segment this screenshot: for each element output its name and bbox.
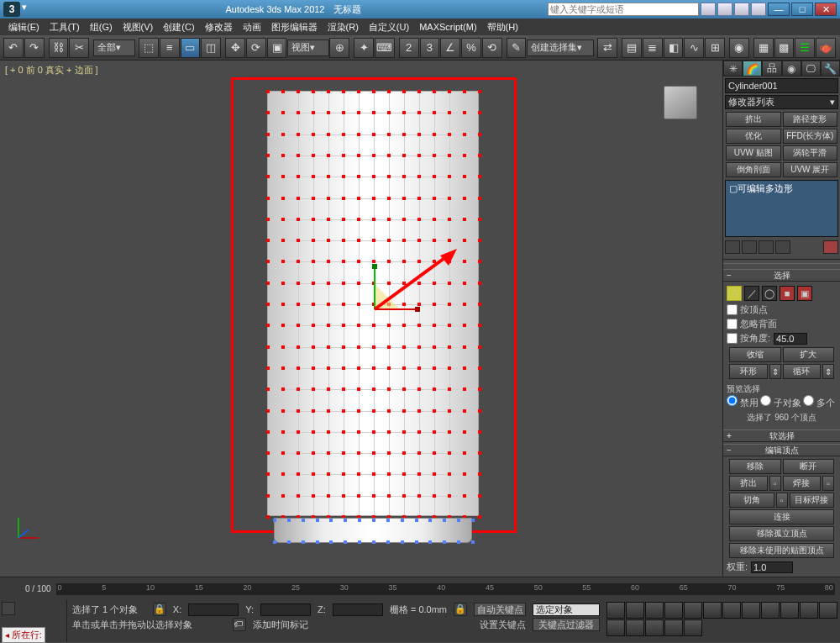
tab-modify-icon[interactable]: 🌈 — [743, 61, 762, 76]
zoom-extents-icon[interactable] — [819, 602, 837, 619]
menu-edit[interactable]: 编辑(E) — [3, 21, 45, 34]
help-search-input[interactable] — [548, 3, 699, 16]
unlink-icon[interactable]: ✂ — [69, 38, 89, 58]
addtimetag[interactable]: 添加时间标记 — [253, 619, 308, 631]
subobj-border-icon[interactable]: ◯ — [762, 286, 777, 301]
close-button[interactable]: ✕ — [815, 3, 837, 16]
rollout-selection[interactable]: 选择 — [723, 269, 840, 282]
walk-icon[interactable] — [664, 619, 683, 636]
key-mode-icon[interactable] — [703, 602, 722, 619]
autokey-button[interactable]: 自动关键点 — [474, 603, 526, 616]
radio-preview-multi[interactable]: 多个 — [803, 395, 835, 409]
btn-connect[interactable]: 连接 — [729, 509, 834, 524]
redo-icon[interactable]: ↷ — [24, 38, 45, 58]
viewport-label[interactable]: [ + 0 前 0 真实 + 边面 ] — [5, 64, 98, 76]
lock-icon[interactable]: 🔒 — [454, 603, 467, 616]
maxscript-mini-icon[interactable] — [2, 602, 15, 615]
btn-remove-unused[interactable]: 移除未使用的贴图顶点 — [729, 543, 834, 558]
tab-motion-icon[interactable]: ◉ — [782, 61, 801, 76]
move-icon[interactable]: ✥ — [225, 38, 245, 58]
loop-spinner[interactable]: ⇕ — [822, 364, 834, 379]
menu-help[interactable]: 帮助(H) — [482, 21, 523, 34]
ring-spinner[interactable]: ⇕ — [769, 364, 781, 379]
btn-remove-iso[interactable]: 移除孤立顶点 — [729, 526, 834, 541]
tab-hierarchy-icon[interactable]: 品 — [762, 61, 781, 76]
percent-snap-icon[interactable]: % — [461, 38, 481, 58]
goto-end-icon[interactable] — [684, 602, 702, 619]
arc-rotate-icon[interactable] — [761, 602, 780, 619]
btn-targetweld[interactable]: 目标焊接 — [790, 493, 835, 508]
snap-3d-icon[interactable]: 3 — [420, 38, 440, 58]
time-slider[interactable]: 05101520253035404550556065707580 — [56, 583, 835, 595]
help-icon[interactable] — [751, 3, 766, 16]
stack-show-icon[interactable] — [742, 240, 757, 254]
edit-named-sel-icon[interactable]: ✎ — [507, 38, 527, 58]
object-name-input[interactable]: Cylinder001 — [725, 78, 838, 92]
btn-remove[interactable]: 移除 — [729, 459, 781, 474]
link-icon[interactable]: ⛓ — [49, 38, 69, 58]
btn-chamfer[interactable]: 切角 — [729, 493, 774, 508]
selection-set-dropdown[interactable]: 全部 ▾ — [93, 40, 135, 56]
teapot-render-icon[interactable]: 🫖 — [816, 38, 836, 58]
next-frame-icon[interactable] — [664, 602, 683, 619]
angle-spinner[interactable]: 45.0 — [774, 333, 807, 345]
modifier-list-dropdown[interactable]: 修改器列表▾ — [725, 95, 838, 109]
signin-icon[interactable] — [717, 3, 732, 16]
angle-snap-icon[interactable]: ∠ — [440, 38, 460, 58]
snap-2d-icon[interactable]: 2 — [399, 38, 419, 58]
menu-create[interactable]: 创建(C) — [158, 21, 199, 34]
undo-icon[interactable]: ↶ — [3, 38, 24, 58]
render-setup-icon[interactable]: ▦ — [753, 38, 774, 58]
btn-shrink[interactable]: 收缩 — [729, 347, 781, 362]
radio-preview-sub[interactable]: 子对象 — [760, 395, 801, 409]
material-editor-icon[interactable]: ◉ — [729, 38, 749, 58]
modifier-stack[interactable]: ▢ 可编辑多边形 — [725, 180, 838, 237]
btn-weld-settings[interactable]: ▫ — [822, 476, 834, 491]
tab-utilities-icon[interactable]: 🔧 — [821, 61, 840, 76]
zoom-all-icon[interactable] — [800, 602, 818, 619]
fov-icon[interactable] — [626, 619, 644, 636]
btn-optimize[interactable]: 优化 — [726, 129, 781, 144]
radio-preview-off[interactable]: 禁用 — [727, 395, 759, 409]
window-crossing-icon[interactable]: ◫ — [201, 38, 221, 58]
subobj-vertex-icon[interactable]: ∴ — [727, 286, 742, 301]
menu-maxscript[interactable]: MAXScript(M) — [414, 22, 481, 32]
btn-loop[interactable]: 循环 — [783, 364, 822, 379]
coord-x-input[interactable] — [188, 603, 239, 616]
subobj-edge-icon[interactable]: ／ — [744, 286, 759, 301]
transform-gizmo[interactable] — [366, 239, 467, 340]
goto-start-icon[interactable] — [606, 602, 625, 619]
align-icon[interactable]: ▤ — [622, 38, 642, 58]
menu-tools[interactable]: 工具(T) — [45, 21, 85, 34]
stack-configure-icon[interactable] — [823, 240, 838, 254]
btn-uvwmap[interactable]: UVW 贴图 — [726, 145, 781, 161]
tab-display-icon[interactable]: 🖵 — [801, 61, 821, 76]
timetag-icon[interactable]: 🏷 — [233, 618, 246, 631]
play-icon[interactable] — [645, 602, 664, 619]
chk-byvertex[interactable]: 按顶点 — [727, 303, 837, 316]
menu-modifiers[interactable]: 修改器 — [200, 21, 238, 34]
btn-turbosmooth[interactable]: 涡轮平滑 — [783, 145, 838, 161]
minimize-button[interactable]: — — [768, 3, 790, 16]
btn-weld[interactable]: 焊接 — [783, 476, 822, 491]
pan-view-icon[interactable] — [645, 619, 664, 636]
tab-create-icon[interactable]: ✳ — [723, 61, 743, 76]
favorite-icon[interactable] — [734, 3, 749, 16]
max-toggle-icon[interactable] — [684, 619, 702, 636]
viewport[interactable]: [ + 0 前 0 真实 + 边面 ] — [0, 61, 722, 577]
btn-vextrude-settings[interactable]: ▫ — [769, 476, 781, 491]
chk-ignoreback[interactable]: 忽略背面 — [727, 318, 837, 330]
menu-grapheditors[interactable]: 图形编辑器 — [266, 21, 323, 34]
menu-rendering[interactable]: 渲染(R) — [323, 21, 364, 34]
btn-bevelprofile[interactable]: 倒角剖面 — [726, 162, 781, 177]
menu-customize[interactable]: 自定义(U) — [364, 21, 414, 34]
pivot-icon[interactable]: ⊕ — [329, 38, 349, 58]
btn-grow[interactable]: 扩大 — [783, 347, 835, 362]
manipulate-icon[interactable]: ✦ — [354, 38, 374, 58]
lock-selection-icon[interactable]: 🔒 — [153, 603, 166, 616]
scale-icon[interactable]: ▣ — [267, 38, 287, 58]
stack-unique-icon[interactable] — [759, 240, 774, 254]
btn-chamfer-settings[interactable]: ▫ — [776, 493, 788, 508]
subobj-polygon-icon[interactable]: ■ — [780, 286, 795, 301]
viewcube[interactable] — [664, 86, 697, 119]
